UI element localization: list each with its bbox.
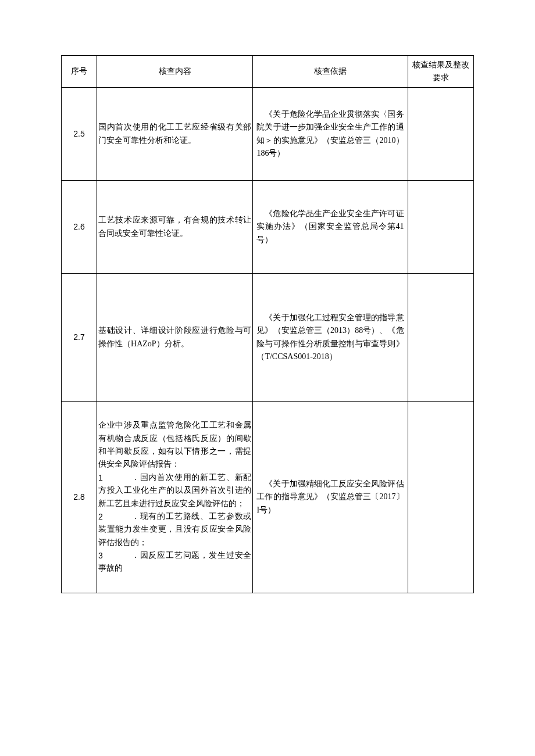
cell-content: 工艺技术应来源可靠，有合规的技术转让合同或安全可靠性论证。 bbox=[97, 181, 253, 274]
cell-basis: 《危险化学品生产企业安全生产许可证实施办法》（国家安全监管总局令第41号） bbox=[253, 181, 408, 274]
cell-num: 2.8 bbox=[62, 402, 97, 593]
list-number: 2 bbox=[98, 510, 103, 523]
col-header-result: 核查结果及整改要求 bbox=[408, 56, 473, 88]
cell-content: 基础设计、详细设计阶段应进行危险与可操作性（HAZoP）分析。 bbox=[97, 274, 253, 402]
content-item-2: 2．现有的工艺路线、工艺参数或装置能力发生变更，且没有反应安全风险评估报告的； bbox=[98, 510, 251, 549]
content-item-3: 3．因反应工艺问题，发生过安全事故的 bbox=[98, 549, 251, 575]
basis-text: 《危险化学品生产企业安全生产许可证实施办法》（国家安全监管总局令第41号） bbox=[256, 207, 404, 246]
col-header-content: 核查内容 bbox=[97, 56, 253, 88]
table-row: 2.8 企业中涉及重点监管危险化工工艺和金属有机物合成反应（包括格氏反应）的间歇… bbox=[62, 402, 474, 593]
cell-result bbox=[408, 88, 473, 181]
cell-content: 企业中涉及重点监管危险化工工艺和金属有机物合成反应（包括格氏反应）的间歇和半间歇… bbox=[97, 402, 253, 593]
list-text: ．现有的工艺路线、工艺参数或装置能力发生变更，且没有反应安全风险评估报告的； bbox=[98, 512, 251, 547]
table-header-row: 序号 核查内容 核查依据 核查结果及整改要求 bbox=[62, 56, 474, 88]
basis-text: 《关于加强化工过程安全管理的指导意见》（安监总管三（2013）88号）、《危险与… bbox=[256, 311, 404, 364]
cell-result bbox=[408, 274, 473, 402]
content-intro: 企业中涉及重点监管危险化工工艺和金属有机物合成反应（包括格氏反应）的间歇和半间歇… bbox=[98, 421, 251, 468]
content-item-1: 1．国内首次使用的新工艺、新配方投入工业化生产的以及国外首次引进的新工艺且未进行… bbox=[98, 471, 251, 510]
cell-content: 国内首次使用的化工工艺应经省级有关部门安全可靠性分析和论证。 bbox=[97, 88, 253, 181]
table-row: 2.6 工艺技术应来源可靠，有合规的技术转让合同或安全可靠性论证。 《危险化学品… bbox=[62, 181, 474, 274]
col-header-basis: 核查依据 bbox=[253, 56, 408, 88]
cell-basis: 《关于加强化工过程安全管理的指导意见》（安监总管三（2013）88号）、《危险与… bbox=[253, 274, 408, 402]
basis-text: 《关于危险化学品企业贯彻落实〈国务院关于进一步加强企业安全生产工作的通知＞的实施… bbox=[256, 108, 404, 160]
cell-num: 2.7 bbox=[62, 274, 97, 402]
col-header-num: 序号 bbox=[62, 56, 97, 88]
table-row: 2.5 国内首次使用的化工工艺应经省级有关部门安全可靠性分析和论证。 《关于危险… bbox=[62, 88, 474, 181]
checklist-table: 序号 核查内容 核查依据 核查结果及整改要求 2.5 国内首次使用的化工工艺应经… bbox=[61, 55, 474, 593]
basis-text: 《关于加强精细化工反应安全风险评估工作的指导意见》（安监总管三〔2017〕I号） bbox=[256, 478, 404, 517]
list-number: 3 bbox=[98, 549, 103, 562]
table-row: 2.7 基础设计、详细设计阶段应进行危险与可操作性（HAZoP）分析。 《关于加… bbox=[62, 274, 474, 402]
cell-num: 2.5 bbox=[62, 88, 97, 181]
cell-result bbox=[408, 181, 473, 274]
cell-result bbox=[408, 402, 473, 593]
list-text: ．因反应工艺问题，发生过安全事故的 bbox=[98, 551, 251, 572]
list-number: 1 bbox=[98, 471, 103, 484]
cell-num: 2.6 bbox=[62, 181, 97, 274]
cell-basis: 《关于危险化学品企业贯彻落实〈国务院关于进一步加强企业安全生产工作的通知＞的实施… bbox=[253, 88, 408, 181]
list-text: ．国内首次使用的新工艺、新配方投入工业化生产的以及国外首次引进的新工艺且未进行过… bbox=[98, 473, 251, 508]
cell-basis: 《关于加强精细化工反应安全风险评估工作的指导意见》（安监总管三〔2017〕I号） bbox=[253, 402, 408, 593]
